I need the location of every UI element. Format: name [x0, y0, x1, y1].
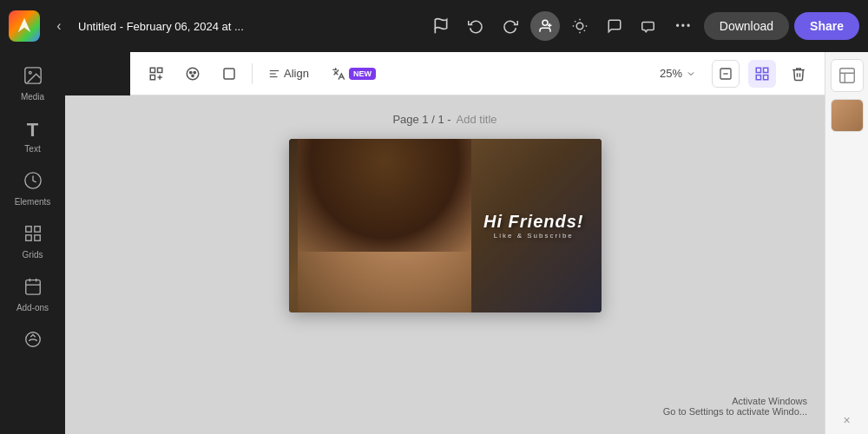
lightbulb-button[interactable] — [565, 11, 595, 41]
sidebar-item-elements[interactable]: Elements — [3, 164, 62, 214]
svg-rect-31 — [224, 69, 234, 79]
position-button[interactable] — [748, 60, 776, 88]
grids-icon — [23, 224, 43, 247]
more-button[interactable]: ••• — [669, 11, 699, 41]
sidebar-item-text[interactable]: T Text — [3, 112, 62, 161]
svg-line-8 — [584, 30, 585, 31]
share-button[interactable]: Share — [794, 12, 859, 40]
svg-point-1 — [542, 20, 548, 25]
addons-icon — [23, 277, 43, 300]
svg-point-12 — [29, 71, 31, 74]
palette-button[interactable] — [179, 60, 207, 88]
right-panel-avatar[interactable] — [831, 99, 864, 132]
svg-rect-13 — [25, 227, 30, 232]
add-title[interactable]: Add title — [457, 113, 497, 126]
sidebar-item-grids[interactable]: Grids — [3, 217, 62, 266]
person-hair — [298, 139, 471, 252]
sidebar: Media T Text Elements — [0, 52, 65, 434]
logo[interactable] — [9, 10, 40, 42]
canvas-area[interactable]: Page 1 / 1 - Add title Hi Friends! Like … — [65, 95, 825, 434]
align-label: Align — [284, 67, 309, 80]
zoom-label: 25% — [660, 67, 682, 80]
comment-button[interactable] — [600, 11, 629, 41]
sidebar-item-media-label: Media — [21, 92, 44, 102]
sidebar-item-grids-label: Grids — [23, 250, 43, 260]
right-panel-card-1[interactable] — [831, 59, 864, 92]
shape-button[interactable] — [215, 60, 243, 88]
svg-point-29 — [194, 71, 195, 73]
svg-point-4 — [576, 23, 583, 30]
svg-point-28 — [190, 71, 192, 73]
svg-point-30 — [192, 75, 194, 76]
topbar: ‹ Untitled - February 06, 2024 at ... — [0, 0, 868, 52]
sidebar-item-media[interactable]: Media — [3, 59, 62, 108]
new-badge: NEW — [349, 68, 376, 80]
sidebar-item-elements-label: Elements — [15, 197, 51, 207]
main-layout: Media T Text Elements — [0, 52, 868, 434]
watermark-line1: Activate Windows — [663, 396, 807, 406]
svg-rect-14 — [34, 227, 39, 232]
right-panel: × — [825, 52, 868, 434]
zoom-button[interactable]: 25% — [653, 63, 703, 83]
secondary-toolbar: Align NEW 25% — [130, 52, 825, 95]
svg-rect-16 — [34, 235, 39, 240]
crown-icon — [23, 330, 43, 353]
svg-rect-40 — [764, 75, 768, 79]
save-cloud-button[interactable] — [426, 11, 456, 41]
trash-button[interactable] — [785, 60, 812, 88]
add-collaborator-button[interactable] — [530, 11, 560, 41]
like-subscribe-text: Like & Subscribe — [483, 233, 583, 240]
toolbar-divider — [252, 63, 253, 84]
hi-friends-line: Hi Friends! — [483, 212, 583, 231]
svg-rect-23 — [158, 68, 162, 72]
svg-line-7 — [575, 21, 575, 22]
back-button[interactable]: ‹ — [47, 14, 71, 38]
svg-rect-38 — [764, 68, 768, 72]
sidebar-item-crown[interactable] — [3, 323, 62, 363]
svg-rect-41 — [839, 69, 854, 83]
undo-button[interactable] — [461, 11, 490, 41]
download-button[interactable]: Download — [704, 12, 789, 40]
redo-button[interactable] — [496, 11, 525, 41]
elements-icon — [23, 171, 43, 194]
align-button[interactable]: Align — [261, 63, 316, 83]
svg-rect-22 — [150, 68, 155, 72]
page-label: Page 1 / 1 - Add title — [392, 113, 496, 126]
page-view-button[interactable] — [712, 60, 740, 88]
doc-title: Untitled - February 06, 2024 at ... — [78, 20, 244, 33]
add-element-button[interactable] — [142, 60, 170, 88]
svg-rect-37 — [756, 68, 760, 72]
svg-rect-24 — [150, 75, 155, 79]
media-icon — [23, 66, 43, 89]
page-number: Page 1 / 1 - — [392, 113, 450, 126]
sidebar-item-text-label: Text — [24, 144, 40, 154]
activate-watermark: Activate Windows Go to Settings to activ… — [663, 396, 807, 417]
close-panel-button[interactable]: × — [843, 413, 850, 427]
svg-rect-15 — [25, 235, 30, 240]
comment2-button[interactable] — [635, 11, 664, 41]
svg-rect-17 — [25, 280, 40, 295]
sidebar-item-addons-label: Add-ons — [16, 303, 49, 312]
svg-point-27 — [187, 68, 199, 80]
topbar-actions: ••• Download Share — [426, 11, 859, 41]
hi-friends-text: Hi Friends! Like & Subscribe — [483, 212, 583, 240]
design-canvas[interactable]: Hi Friends! Like & Subscribe — [289, 139, 602, 312]
translate-button[interactable]: NEW — [325, 63, 383, 84]
svg-rect-39 — [756, 75, 760, 79]
sidebar-item-addons[interactable]: Add-ons — [3, 270, 62, 319]
watermark-line2: Go to Settings to activate Windo... — [663, 406, 807, 417]
text-icon: T — [27, 119, 38, 141]
canvas-content: Hi Friends! Like & Subscribe — [289, 139, 602, 312]
